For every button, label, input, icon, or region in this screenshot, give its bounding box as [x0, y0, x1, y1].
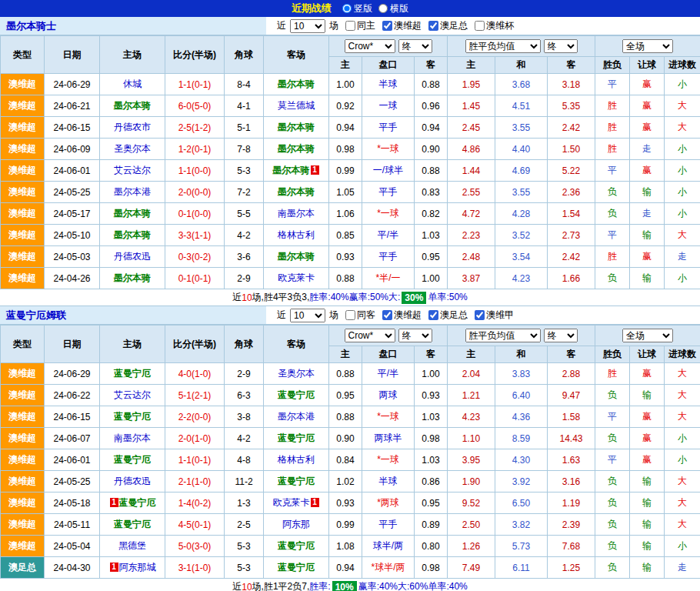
- vertical-layout-radio[interactable]: [342, 4, 352, 13]
- filter-league-2[interactable]: 澳足总: [424, 309, 468, 322]
- result-goals: 小: [665, 449, 700, 471]
- away-team-link[interactable]: 蓝曼宁厄: [278, 540, 315, 551]
- away-team-link[interactable]: 阿东那: [282, 519, 310, 529]
- away-team-cell: 蓝曼宁厄: [264, 428, 329, 449]
- horizontal-layout-radio[interactable]: [378, 4, 388, 13]
- asian-away-odds: 0.88: [415, 160, 448, 182]
- away-team-link[interactable]: 格林古利: [278, 229, 315, 240]
- home-team-link[interactable]: 墨尔本骑: [114, 100, 151, 111]
- filter-league-1[interactable]: 澳维超: [378, 309, 422, 322]
- home-team-link[interactable]: 丹德农迅: [114, 476, 151, 486]
- home-team-link[interactable]: 墨尔本港: [114, 186, 151, 197]
- league-checkbox[interactable]: [475, 310, 485, 320]
- checkbox-label: 澳维甲: [486, 309, 514, 322]
- home-team-link[interactable]: 蓝曼宁厄: [114, 454, 151, 465]
- match-row: 澳维超24-05-181蓝曼宁厄1-4(0-2)1-3欧克莱卡10.93*两球0…: [1, 492, 700, 514]
- handicap-line: *球半/两: [362, 557, 415, 579]
- away-team-link[interactable]: 墨尔本骑: [278, 143, 315, 154]
- euro-draw-odds: 3.68: [495, 74, 548, 95]
- col-header-asian-away: 客: [415, 57, 448, 74]
- home-team-link[interactable]: 丹德农市: [114, 122, 151, 132]
- layout-horizontal-option[interactable]: 横版: [378, 2, 408, 15]
- filter-same-venue[interactable]: 同客: [341, 309, 375, 322]
- filter-same-venue[interactable]: 同主: [341, 19, 375, 32]
- away-team-link[interactable]: 墨尔本骑: [273, 165, 310, 175]
- corner-score: 4-8: [225, 449, 264, 471]
- odds-stage-select[interactable]: 终: [398, 329, 432, 342]
- league-checkbox[interactable]: [475, 21, 485, 31]
- home-team-link[interactable]: 丹德农迅: [114, 251, 151, 262]
- filter-league-2[interactable]: 澳足总: [424, 19, 468, 32]
- away-team-cell: 墨尔本骑: [264, 117, 329, 139]
- result-handicap: 赢: [630, 160, 665, 182]
- away-team-cell: 欧克莱卡: [264, 268, 329, 289]
- home-team-link[interactable]: 墨尔本骑: [114, 272, 151, 283]
- away-team-cell: 墨尔本骑: [264, 74, 329, 95]
- same-venue-checkbox[interactable]: [345, 310, 355, 320]
- result-goals: 大: [665, 471, 700, 492]
- league-checkbox[interactable]: [428, 21, 438, 31]
- match-date: 24-04-30: [45, 557, 100, 579]
- away-team-link[interactable]: 蓝曼宁厄: [278, 476, 315, 486]
- scope-select[interactable]: 全场: [622, 329, 673, 342]
- bookmaker-select[interactable]: Crow*: [345, 39, 395, 53]
- euro-stage-select[interactable]: 终: [544, 39, 578, 53]
- scope-select[interactable]: 全场: [622, 39, 673, 53]
- home-team-link[interactable]: 蓝曼宁厄: [114, 368, 151, 379]
- page-title: 近期战绩: [292, 2, 332, 15]
- league-checkbox[interactable]: [382, 310, 392, 320]
- team-name: 蓝曼宁厄姆联: [0, 306, 266, 324]
- away-team-link[interactable]: 南墨尔本: [278, 208, 315, 219]
- home-team-link[interactable]: 艾云达尔: [114, 389, 151, 400]
- home-team-link[interactable]: 黑德堡: [118, 540, 146, 551]
- away-team-link[interactable]: 欧克莱卡: [278, 272, 315, 283]
- summary-part: 单率:40%: [428, 580, 467, 591]
- filter-league-1[interactable]: 澳维超: [378, 19, 422, 32]
- euro-away-odds: 7.68: [548, 536, 595, 557]
- home-team-link[interactable]: 蓝曼宁厄: [114, 519, 151, 529]
- away-team-link[interactable]: 莫兰德城: [278, 100, 315, 111]
- home-team-link[interactable]: 圣奥尔本: [114, 143, 151, 154]
- filter-league-3[interactable]: 澳维杯: [470, 19, 514, 32]
- league-type-cell: 澳维超: [1, 406, 45, 428]
- home-team-link[interactable]: 艾云达尔: [114, 165, 151, 175]
- away-team-link[interactable]: 墨尔本骑: [278, 122, 315, 132]
- away-team-link[interactable]: 墨尔本骑: [278, 251, 315, 262]
- home-team-link[interactable]: 南墨尔本: [114, 432, 151, 443]
- league-checkbox[interactable]: [428, 310, 438, 320]
- away-team-link[interactable]: 蓝曼宁厄: [278, 389, 315, 400]
- euro-home-odds: 2.50: [448, 514, 495, 536]
- asian-home-odds: 0.94: [329, 557, 362, 579]
- home-team-link[interactable]: 蓝曼宁厄: [114, 411, 151, 422]
- euro-stage-select[interactable]: 终: [544, 329, 578, 342]
- league-type-cell: 澳维超: [1, 139, 45, 160]
- match-count-select[interactable]: 10: [290, 19, 325, 33]
- filter-league-3[interactable]: 澳维甲: [470, 309, 514, 322]
- bookmaker-select[interactable]: Crow*: [345, 329, 395, 342]
- home-team-link[interactable]: 休城: [123, 78, 142, 89]
- layout-vertical-option[interactable]: 竖版: [342, 2, 372, 15]
- euro-avg-select[interactable]: 胜平负均值: [465, 329, 541, 342]
- match-count-select[interactable]: 10: [290, 309, 325, 322]
- away-team-link[interactable]: 墨尔本港: [278, 411, 315, 422]
- euro-avg-select[interactable]: 胜平负均值: [465, 39, 541, 53]
- col-header-euro-away: 客: [548, 346, 595, 363]
- odds-stage-select[interactable]: 终: [398, 39, 432, 53]
- away-team-link[interactable]: 墨尔本骑: [278, 186, 315, 197]
- col-header-goals: 进球数: [665, 57, 700, 74]
- away-team-link[interactable]: 蓝曼宁厄: [278, 432, 315, 443]
- home-team-link[interactable]: 蓝曼宁厄: [119, 497, 156, 508]
- home-team-link[interactable]: 墨尔本骑: [114, 208, 151, 219]
- away-team-link[interactable]: 欧克莱卡: [273, 497, 310, 508]
- away-team-link[interactable]: 墨尔本骑: [278, 78, 315, 89]
- result-handicap: 赢: [630, 428, 665, 449]
- home-team-link[interactable]: 阿东那城: [119, 562, 156, 573]
- match-row: 澳维超24-06-29蓝曼宁厄4-0(1-0)2-9圣奥尔本0.88平/半1.0…: [1, 363, 700, 385]
- away-team-link[interactable]: 格林古利: [278, 454, 315, 465]
- league-checkbox[interactable]: [382, 21, 392, 31]
- same-venue-checkbox[interactable]: [345, 21, 355, 31]
- match-row: 澳维超24-05-10墨尔本骑3-3(1-1)4-2格林古利0.85平/半1.0…: [1, 225, 700, 246]
- away-team-link[interactable]: 蓝曼宁厄: [278, 562, 315, 573]
- home-team-link[interactable]: 墨尔本骑: [114, 229, 151, 240]
- away-team-link[interactable]: 圣奥尔本: [278, 368, 315, 379]
